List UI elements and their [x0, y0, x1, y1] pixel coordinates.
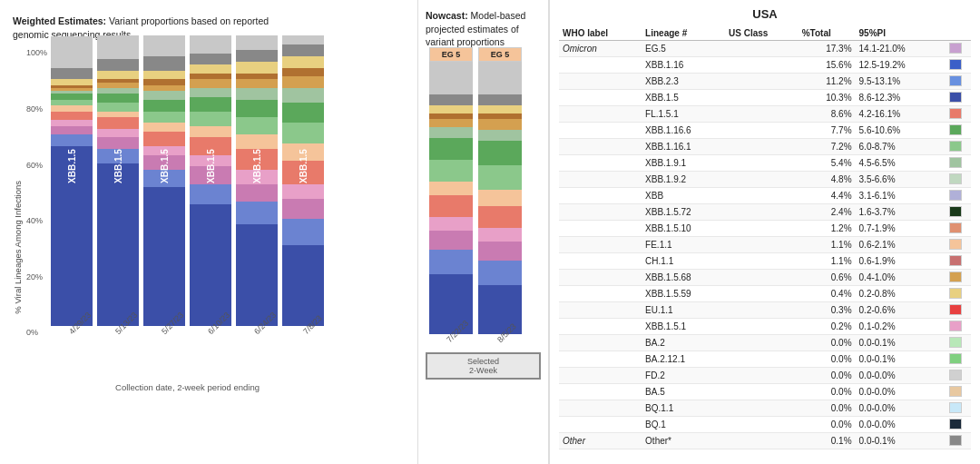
color-swatch — [949, 108, 962, 119]
bar-segment — [51, 126, 93, 135]
pct-value: 0.0% — [799, 417, 856, 433]
lineage-label: EG.5 — [642, 41, 725, 57]
bar-segment — [282, 88, 324, 103]
bar-segment — [143, 132, 185, 146]
bar-segment — [236, 100, 278, 117]
bar-segment — [97, 163, 139, 326]
x-axis-title: Collection date, 2-week period ending — [51, 382, 324, 392]
bar-segment — [429, 250, 473, 274]
table-row: XBB.1.16.67.7%5.6-10.6% — [559, 123, 971, 139]
pi-value: 6.0-8.7% — [856, 139, 940, 155]
class-label — [725, 57, 799, 74]
color-swatch — [949, 321, 962, 331]
bar-segment — [236, 117, 278, 134]
class-label — [725, 41, 799, 57]
bar-segment — [429, 195, 473, 217]
pct-value: 1.2% — [799, 221, 856, 237]
who-label — [559, 302, 642, 319]
table-row: XBB.1.5.722.4%1.6-3.7% — [559, 204, 971, 221]
selected-box: Selected2-Week — [426, 352, 541, 380]
who-label — [559, 90, 642, 106]
color-swatch — [949, 419, 962, 429]
pi-value: 0.6-1.9% — [856, 253, 940, 270]
class-label — [725, 417, 799, 433]
bar: XBB.1.5 — [190, 35, 231, 326]
pct-value: 2.4% — [799, 204, 856, 221]
col-lineage: Lineage # — [642, 26, 725, 41]
table-row: BQ.10.0%0.0-0.0% — [559, 417, 971, 433]
pct-value: 0.0% — [799, 335, 856, 351]
bar-segment — [282, 219, 324, 245]
bar-segment — [478, 165, 522, 190]
bar-segment — [190, 204, 231, 326]
bar-segment — [478, 119, 522, 130]
y-tick-80: 80% — [26, 104, 47, 114]
bar-segment — [97, 103, 139, 112]
bar-segment — [190, 97, 231, 112]
pi-value: 12.5-19.2% — [856, 57, 940, 74]
y-axis-label: % Viral Lineages Among Infections — [13, 144, 23, 314]
lineage-label: XBB.1.5.72 — [642, 204, 725, 221]
bar: XBB.1.5 — [143, 35, 185, 326]
pct-value: 7.2% — [799, 139, 856, 155]
col-class: US Class — [725, 26, 799, 41]
table-row: EU.1.10.3%0.2-0.6% — [559, 302, 971, 319]
bar-segment — [190, 79, 231, 88]
bar-segment — [143, 155, 185, 170]
color-swatch-cell — [939, 155, 971, 172]
pi-value: 0.4-1.0% — [856, 270, 940, 286]
bar-segment — [143, 170, 185, 187]
who-label — [559, 319, 642, 335]
pi-value: 0.0-0.1% — [856, 433, 940, 449]
bar-segment — [143, 123, 185, 132]
color-swatch-cell — [939, 188, 971, 204]
bar-group: XBB.1.54/29/23 — [51, 35, 93, 339]
lineage-label: XBB.1.5.1 — [642, 319, 725, 335]
class-label — [725, 123, 799, 139]
bar-segment — [282, 103, 324, 123]
color-swatch-cell — [939, 139, 971, 155]
color-swatch — [949, 304, 962, 315]
pi-value: 8.6-12.3% — [856, 90, 940, 106]
col-pct: %Total — [799, 26, 856, 41]
bar-segment — [478, 105, 522, 114]
bar-segment — [282, 56, 324, 68]
bar-segment — [282, 35, 324, 44]
bar-segment — [429, 127, 473, 138]
lineage-label: FL.1.5.1 — [642, 106, 725, 123]
table-row: XBB4.4%3.1-6.1% — [559, 188, 971, 204]
bar-segment — [51, 68, 93, 80]
left-panel: Weighted Estimates: Variant proportions … — [0, 0, 417, 464]
table-row: XBB.1.5.101.2%0.7-1.9% — [559, 221, 971, 237]
color-swatch — [949, 92, 962, 103]
bar-segment — [429, 138, 473, 160]
bar-segment — [190, 88, 231, 97]
lineage-label: XBB.1.9.1 — [642, 155, 725, 172]
pi-value: 0.0-0.0% — [856, 417, 940, 433]
bar-segment — [478, 261, 522, 285]
class-label — [725, 172, 799, 188]
pct-value: 0.0% — [799, 384, 856, 400]
who-label — [559, 335, 642, 351]
color-swatch-cell — [939, 319, 971, 335]
color-swatch-cell — [939, 270, 971, 286]
lineage-label: BQ.1 — [642, 417, 725, 433]
table-row: XBB.1.9.15.4%4.5-6.5% — [559, 155, 971, 172]
bar-segment — [236, 35, 278, 50]
color-swatch-cell — [939, 253, 971, 270]
lineage-label: XBB.1.5.59 — [642, 286, 725, 302]
who-label — [559, 351, 642, 368]
pi-value: 0.0-0.1% — [856, 351, 940, 368]
class-label — [725, 204, 799, 221]
bar-segment — [236, 202, 278, 225]
color-swatch-cell — [939, 286, 971, 302]
col-who: WHO label — [559, 26, 642, 41]
lineage-label: FE.1.1 — [642, 237, 725, 253]
class-label — [725, 302, 799, 319]
bar-segment — [429, 182, 473, 195]
col-swatch — [939, 26, 971, 41]
bar-segment — [51, 36, 93, 68]
pi-value: 0.0-0.0% — [856, 400, 940, 417]
pct-value: 8.6% — [799, 106, 856, 123]
class-label — [725, 188, 799, 204]
